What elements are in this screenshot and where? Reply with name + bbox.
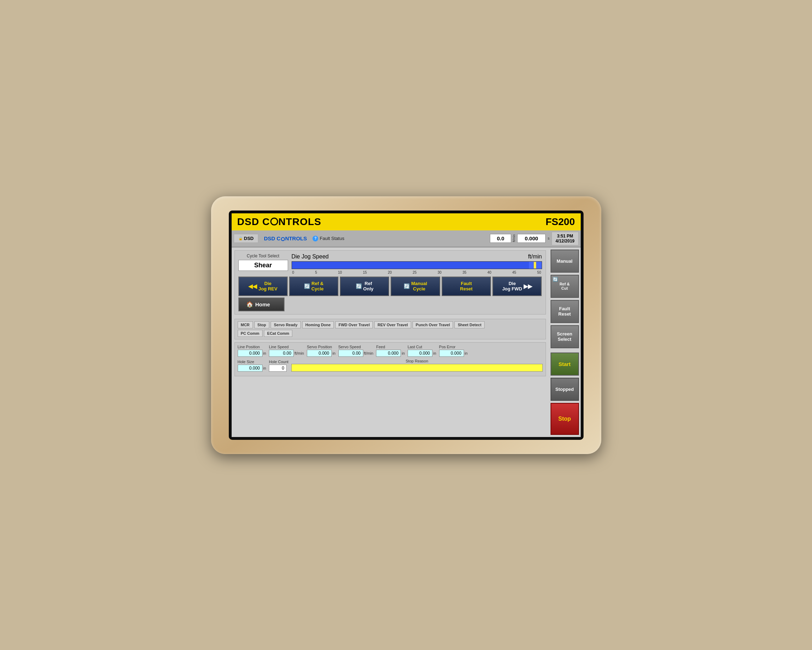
ref-cycle-button[interactable]: 🔄 Ref &Cycle [289, 277, 339, 296]
status-ecat-comm: ECat Comm [264, 330, 292, 337]
pos-unit-s: s [547, 236, 550, 240]
data-row-1: Line Position 0.000 in Line Speed 0.00 [238, 345, 543, 357]
jog-speed-slider[interactable] [292, 261, 542, 269]
home-label: Home [255, 301, 270, 307]
line-position-input: 0.000 in [238, 350, 266, 357]
time-label: 3:51 PM [556, 234, 574, 239]
screen-bezel: DSD CNTROLS FS200 🔒 DSD DSD CNTROLS ? Fa… [229, 211, 583, 440]
servo-speed-field: Servo Speed 0.00 ft/min [339, 345, 374, 357]
lock-icon: 🔒 [238, 236, 243, 240]
fault-reset-center-label: FaultReset [460, 281, 473, 291]
status-pc-comm: PC Comm [238, 330, 263, 337]
main-content: Cycle Tool Select Shear Die Jog Speed ft… [232, 248, 581, 437]
status-stop: Stop [254, 321, 269, 328]
screen-select-button[interactable]: ScreenSelect [551, 325, 579, 348]
cycle-tool-section: Cycle Tool Select Shear [238, 254, 288, 271]
servo-position-input: 0.000 in [307, 350, 336, 357]
status-sheet-detect: Sheet Detect [455, 321, 485, 328]
line-position-unit: in [263, 351, 266, 355]
manual-cycle-button[interactable]: 🔄 ManualCycle [391, 277, 440, 296]
servo-speed-value: 0.00 [339, 350, 363, 357]
hole-count-field: Hole Count 0 [269, 359, 288, 372]
pos-error-unit: in [465, 351, 468, 355]
home-button[interactable]: 🏠 Home [238, 297, 284, 311]
cycle-tool-label: Cycle Tool Select [238, 254, 288, 258]
right-panel: Manual 🔄 Ref &Cut FaultReset ScreenSelec… [549, 248, 581, 437]
last-cut-field: Last Cut 0.000 in [408, 345, 437, 357]
die-jog-rev-button[interactable]: ◀◀ DieJog REV [238, 277, 288, 296]
line-position-value: 0.000 [238, 350, 263, 357]
home-icon: 🏠 [246, 301, 253, 308]
fault-reset-right-label: FaultReset [559, 306, 571, 317]
die-jog-fwd-button[interactable]: DieJog FWD ▶▶ [492, 277, 542, 296]
stop-reason-value [291, 364, 542, 372]
hole-count-label: Hole Count [269, 359, 288, 364]
servo-position-unit: in [333, 351, 336, 355]
servo-speed-input: 0.00 ft/min [339, 350, 374, 357]
slider-fill [292, 262, 529, 269]
stopped-button[interactable]: Stopped [551, 378, 579, 401]
stop-label: Stop [559, 416, 571, 422]
position-display: 0.000 [517, 234, 546, 243]
ref-cut-button[interactable]: 🔄 Ref &Cut [551, 275, 579, 298]
die-jog-fwd-label: DieJog FWD [502, 281, 522, 291]
data-area: Line Position 0.000 in Line Speed 0.00 [235, 342, 546, 376]
screen-select-label: ScreenSelect [557, 331, 572, 342]
cycle-icon-ref: 🔄 [304, 283, 310, 289]
manual-cycle-label: ManualCycle [411, 281, 427, 291]
cycle-icon-ref-only: 🔄 [356, 283, 362, 289]
fault-reset-center-button[interactable]: FaultReset [442, 277, 491, 296]
nav-bar: 🔒 DSD DSD CNTROLS ? Fault Status 0.0 ft/… [232, 230, 581, 248]
line-speed-label: Line Speed [269, 345, 304, 349]
feed-unit: in [401, 351, 405, 355]
fault-status[interactable]: ? Fault Status [313, 236, 344, 242]
stop-button[interactable]: Stop [551, 403, 579, 435]
home-btn-row: 🏠 Home [238, 297, 542, 311]
servo-speed-unit: ft/min [364, 351, 374, 355]
fault-reset-right-button[interactable]: FaultReset [551, 300, 579, 323]
function-buttons-row: ◀◀ DieJog REV 🔄 Ref &Cycle 🔄 RefOnly [238, 277, 542, 296]
start-label: Start [559, 361, 571, 367]
fault-status-label: Fault Status [320, 236, 344, 241]
feed-label: Feed [376, 345, 405, 349]
hole-count-input: 0 [269, 365, 288, 372]
tool-area: Cycle Tool Select Shear Die Jog Speed ft… [235, 250, 546, 315]
servo-speed-label: Servo Speed [339, 345, 374, 349]
stop-reason-field-container: Stop Reason [291, 359, 542, 372]
status-fwd-over: FWD Over Travel [335, 321, 373, 328]
ref-cut-cycle-icon: 🔄 [553, 277, 558, 282]
pos-error-input: 0.000 in [439, 350, 468, 357]
status-servo-ready: Servo Ready [271, 321, 301, 328]
brand-title: DSD CNTROLS [237, 216, 321, 228]
ref-cut-label: Ref &Cut [559, 282, 570, 291]
jog-speed-unit: ft/min [528, 254, 542, 260]
datetime-display: 3:51 PM 4/12/2019 [552, 232, 578, 245]
device-frame: DSD CNTROLS FS200 🔒 DSD DSD CNTROLS ? Fa… [211, 196, 601, 454]
line-speed-value: 0.00 [269, 350, 294, 357]
speed-display: 0.0 [490, 234, 511, 243]
nav-dsd: 🔒 DSD [234, 234, 258, 243]
nav-brand-o [281, 237, 285, 241]
start-button[interactable]: Start [551, 353, 579, 376]
ref-only-button[interactable]: 🔄 RefOnly [340, 277, 389, 296]
pos-error-label: Pos Error [439, 345, 468, 349]
cycle-icon-manual: 🔄 [404, 283, 410, 289]
ref-cycle-label: Ref &Cycle [311, 281, 324, 291]
ref-only-label: RefOnly [363, 281, 374, 291]
manual-button[interactable]: Manual [551, 249, 579, 273]
jog-speed-header: Die Jog Speed ft/min [292, 254, 542, 260]
status-rev-over: REV Over Travel [374, 321, 411, 328]
line-speed-unit: ft/min [295, 351, 304, 355]
hole-size-input: 0.000 in [238, 365, 266, 372]
data-row-2: Hole Size 0.000 in Hole Count 0 [238, 359, 543, 372]
servo-position-value: 0.000 [307, 350, 332, 357]
die-jog-rev-label: DieJog REV [258, 281, 277, 291]
line-speed-input: 0.00 ft/min [269, 350, 304, 357]
hole-count-value: 0 [269, 365, 287, 372]
brand-o [270, 218, 278, 225]
hole-size-unit: in [263, 366, 266, 370]
slider-thumb [534, 262, 536, 269]
line-position-field: Line Position 0.000 in [238, 345, 266, 357]
last-cut-input: 0.000 in [408, 350, 437, 357]
pos-error-field: Pos Error 0.000 in [439, 345, 468, 357]
